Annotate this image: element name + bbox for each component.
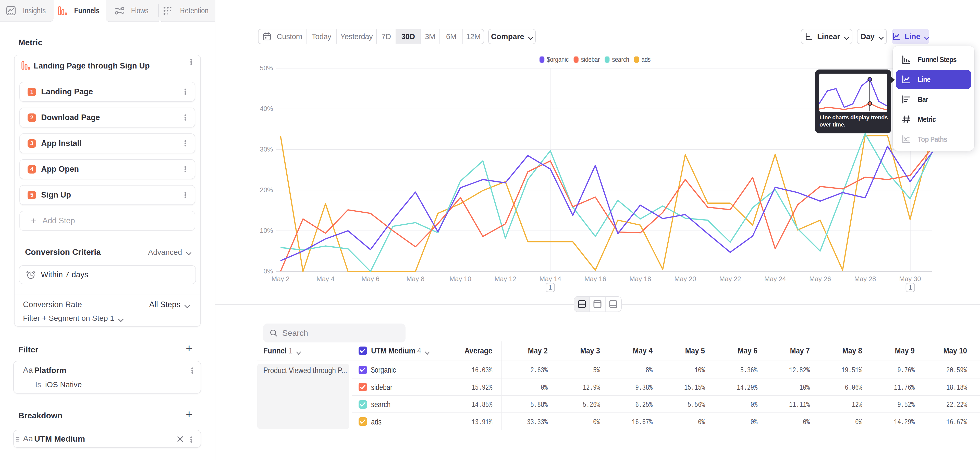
svg-text:0%: 0%: [263, 267, 273, 275]
svg-text:May 2: May 2: [272, 275, 290, 283]
svg-text:May 12: May 12: [495, 275, 516, 283]
svg-text:May 20: May 20: [674, 275, 696, 283]
svg-text:May 26: May 26: [809, 275, 831, 283]
svg-text:May 10: May 10: [449, 275, 471, 283]
svg-text:40%: 40%: [260, 105, 273, 112]
svg-text:May 14: May 14: [539, 275, 561, 283]
svg-text:50%: 50%: [260, 64, 273, 72]
svg-text:May 16: May 16: [584, 275, 606, 283]
svg-text:20%: 20%: [260, 186, 273, 194]
svg-text:May 6: May 6: [361, 275, 380, 283]
svg-text:1: 1: [908, 284, 912, 291]
svg-text:May 8: May 8: [406, 275, 425, 283]
svg-text:May 30: May 30: [899, 275, 921, 283]
svg-text:1: 1: [549, 284, 552, 291]
svg-text:10%: 10%: [260, 227, 273, 234]
svg-text:May 18: May 18: [629, 275, 651, 283]
svg-text:May 4: May 4: [317, 275, 334, 283]
svg-text:May 22: May 22: [719, 275, 741, 283]
svg-text:May 24: May 24: [764, 275, 786, 283]
svg-text:May 28: May 28: [854, 275, 876, 283]
svg-text:30%: 30%: [260, 145, 273, 153]
